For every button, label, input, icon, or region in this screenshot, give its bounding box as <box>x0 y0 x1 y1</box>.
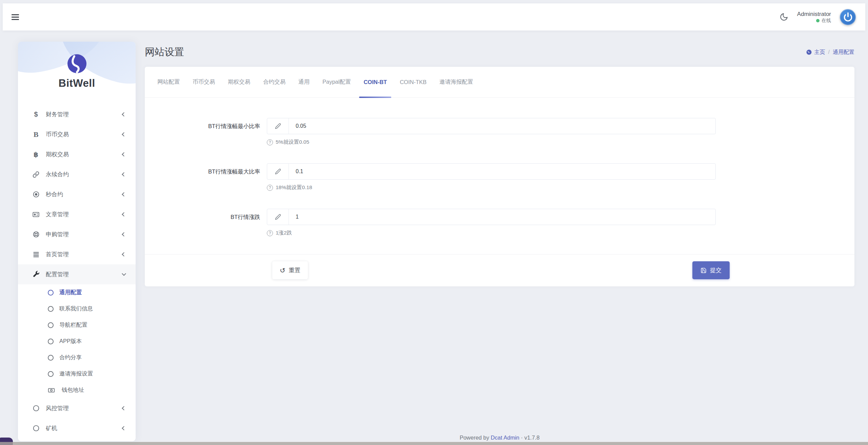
submit-button-label: 提交 <box>710 266 722 274</box>
footer-powered-by: Powered by <box>460 434 489 441</box>
online-status-dot <box>816 19 820 22</box>
sidebar-item-options-trading[interactable]: ฿ 期权交易 <box>18 144 136 164</box>
help-text: 5%就设置0.05 <box>276 139 309 146</box>
sidebar-item-risk-control[interactable]: 风控管理 <box>18 398 136 418</box>
submenu-item-label: 合约分享 <box>59 354 82 361</box>
question-circle-icon: ? <box>267 230 273 236</box>
min-ratio-input[interactable] <box>289 118 715 134</box>
tab-invite-poster-config[interactable]: 邀请海报配置 <box>433 67 479 98</box>
avatar[interactable] <box>840 9 856 25</box>
sidebar-menu: $ 财务管理 B 币币交易 ฿ 期权交易 永续合约 <box>18 104 136 284</box>
sidebar-item-label: 配置管理 <box>46 270 69 278</box>
online-status-label: 在线 <box>822 18 831 24</box>
coin-bt-form: BT行情涨幅最小比率 ? 5%就设置0.05 BT行情涨幅最大比率 <box>145 98 854 279</box>
input-group-max-ratio <box>267 163 716 180</box>
circle-icon <box>32 405 40 412</box>
tab-coin-tkb[interactable]: COIN-TKB <box>393 67 433 98</box>
submenu-item-wallet-address[interactable]: 钱包地址 <box>18 382 136 398</box>
sidebar: BitWell $ 财务管理 B 币币交易 ฿ 期权交易 永续合约 <box>18 42 136 441</box>
life-ring-icon <box>32 231 40 238</box>
field-help: ? 1涨2跌 <box>267 229 716 237</box>
breadcrumb-home-link[interactable]: 主页 <box>806 49 825 56</box>
topbar: Administrator 在线 <box>3 3 865 31</box>
bitwell-logo-icon <box>67 54 87 74</box>
help-text: 18%就设置0.18 <box>276 184 312 191</box>
sidebar-item-label: 文章管理 <box>46 210 69 218</box>
breadcrumb: 主页 / 通用配置 <box>806 49 854 56</box>
sidebar-item-perpetual[interactable]: 永续合约 <box>18 164 136 184</box>
sidebar-item-mining[interactable]: 矿机 <box>18 418 136 438</box>
form-row: BT行情涨跌 ? 1涨2跌 <box>145 209 854 237</box>
input-group-rise-fall <box>267 209 716 225</box>
sidebar-item-config[interactable]: 配置管理 <box>18 264 136 284</box>
submenu-item-app-version[interactable]: APP版本 <box>18 333 136 349</box>
submenu-item-navbar-config[interactable]: 导航栏配置 <box>18 317 136 333</box>
circle-icon <box>48 355 54 361</box>
hamburger-menu-icon[interactable] <box>12 13 19 21</box>
bars-icon <box>32 251 40 258</box>
dark-mode-moon-icon[interactable] <box>780 13 788 21</box>
chevron-left-icon <box>122 406 126 410</box>
form-row: BT行情涨幅最大比率 ? 18%就设置0.18 <box>145 163 854 191</box>
field-label-max-ratio: BT行情涨幅最大比率 <box>145 163 267 191</box>
user-info[interactable]: Administrator 在线 <box>797 11 831 24</box>
pencil-icon <box>267 164 289 179</box>
reset-button-label: 重置 <box>289 266 300 274</box>
submenu-item-label: 联系我们信息 <box>59 305 93 312</box>
sidebar-menu-bottom: 风控管理 矿机 <box>18 398 136 438</box>
submenu-item-general-config[interactable]: 通用配置 <box>18 284 136 301</box>
form-row: BT行情涨幅最小比率 ? 5%就设置0.05 <box>145 118 854 146</box>
config-submenu: 通用配置 联系我们信息 导航栏配置 APP版本 合约分享 邀请海报设置 <box>18 284 136 398</box>
wrench-icon <box>32 271 40 278</box>
input-group-min-ratio <box>267 118 716 134</box>
dollar-icon: $ <box>32 110 40 118</box>
sidebar-item-spot-trading[interactable]: B 币币交易 <box>18 124 136 144</box>
sidebar-item-label: 财务管理 <box>46 110 69 118</box>
page-footer: Powered by Dcat Admin · v1.7.8 <box>145 434 854 441</box>
chevron-left-icon <box>122 426 126 430</box>
reset-button[interactable]: ↺ 重置 <box>272 261 308 279</box>
breadcrumb-current[interactable]: 通用配置 <box>833 49 854 56</box>
dcat-admin-link[interactable]: Dcat Admin <box>491 434 519 441</box>
submit-button[interactable]: 提交 <box>692 261 730 279</box>
sidebar-item-homepage[interactable]: 首页管理 <box>18 244 136 264</box>
submenu-item-invite-poster[interactable]: 邀请海报设置 <box>18 366 136 382</box>
tab-website-config[interactable]: 网站配置 <box>151 67 186 98</box>
sidebar-item-second-contract[interactable]: 秒合约 <box>18 184 136 204</box>
footer-version: v1.7.8 <box>524 434 539 441</box>
circle-icon <box>48 339 54 344</box>
circle-dot-icon <box>32 191 40 198</box>
submenu-item-label: 通用配置 <box>59 289 82 296</box>
chevron-left-icon <box>122 132 126 137</box>
sidebar-item-articles[interactable]: 文章管理 <box>18 204 136 224</box>
submenu-item-contact-info[interactable]: 联系我们信息 <box>18 301 136 317</box>
sidebar-item-finance[interactable]: $ 财务管理 <box>18 104 136 124</box>
max-ratio-input[interactable] <box>289 164 715 179</box>
sidebar-item-subscription[interactable]: 申购管理 <box>18 224 136 244</box>
submenu-item-contract-share[interactable]: 合约分享 <box>18 349 136 366</box>
rise-fall-input[interactable] <box>289 209 715 225</box>
tab-spot-trading[interactable]: 币币交易 <box>186 67 221 98</box>
tab-coin-bt[interactable]: COIN-BT <box>357 67 393 98</box>
power-icon <box>843 12 853 22</box>
chevron-left-icon <box>122 212 126 217</box>
tab-contract-trading[interactable]: 合约交易 <box>257 67 292 98</box>
sidebar-item-label: 期权交易 <box>46 150 69 158</box>
link-icon <box>32 171 40 178</box>
submenu-item-label: 钱包地址 <box>62 386 84 394</box>
sidebar-item-label: 风控管理 <box>46 404 69 412</box>
tab-options-trading[interactable]: 期权交易 <box>221 67 257 98</box>
tab-paypal-config[interactable]: Paypal配置 <box>316 67 357 98</box>
circle-icon <box>32 425 40 432</box>
field-label-min-ratio: BT行情涨幅最小比率 <box>145 118 267 146</box>
tab-general[interactable]: 通用 <box>292 67 316 98</box>
newspaper-icon <box>32 211 40 218</box>
sidebar-item-label: 秒合约 <box>46 190 63 198</box>
bottom-edge-strip <box>0 442 868 445</box>
undo-icon: ↺ <box>280 267 285 274</box>
sidebar-item-label: 矿机 <box>46 424 57 432</box>
bitcoin-icon: ฿ <box>32 150 40 159</box>
chevron-left-icon <box>122 152 126 157</box>
sidebar-item-label: 首页管理 <box>46 250 69 258</box>
page-title: 网站设置 <box>145 45 184 59</box>
